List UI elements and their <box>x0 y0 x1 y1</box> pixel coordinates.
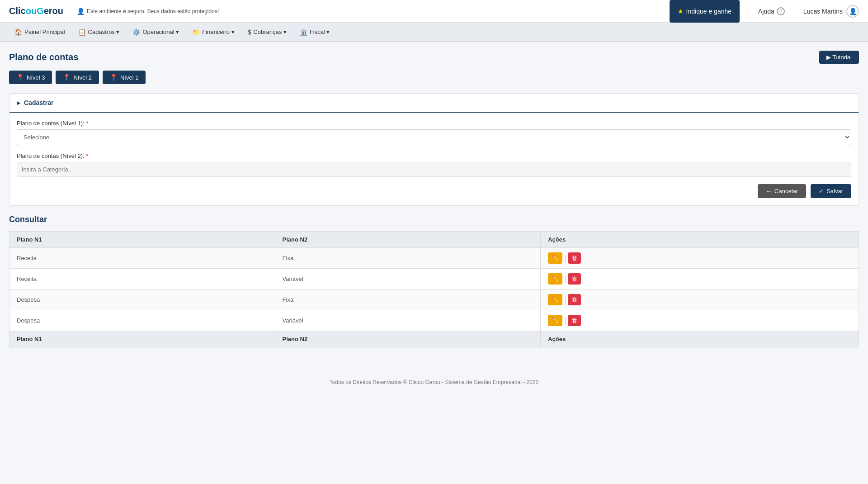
menu-item-fiscal[interactable]: 🏛️ Fiscal ▾ <box>294 26 335 38</box>
indique-ganhe-button[interactable]: ★ Indique e ganhe <box>670 0 740 23</box>
table-header-row: Plano N1 Plano N2 Ações <box>9 232 859 248</box>
financeiro-icon: 📁 <box>192 28 200 36</box>
col-footer-n1: Plano N1 <box>9 331 275 347</box>
logo: ClicouGerou <box>9 6 63 16</box>
cadastrar-section: ▶ Cadastrar Plano de contas (Nível 1): *… <box>9 93 859 206</box>
cell-n2: Fixa <box>275 289 541 310</box>
consultar-section: Consultar Plano N1 Plano N2 Ações Receit… <box>9 215 859 347</box>
arrow-left-icon: ← <box>766 188 772 195</box>
divider2 <box>794 5 794 18</box>
logo-ou: ou <box>26 6 37 16</box>
cell-n2: Fixa <box>275 248 541 269</box>
cell-n1: Receita <box>9 248 275 269</box>
cell-acoes: ✏️ | 🗑 <box>541 248 859 269</box>
cadastros-icon: 📋 <box>78 28 86 36</box>
action-separator: | <box>564 254 566 262</box>
menu-item-painel[interactable]: 🏠 Painel Principal <box>9 26 71 38</box>
cadastrar-body: Plano de contas (Nível 1): * Selecione R… <box>9 113 859 205</box>
cancel-button[interactable]: ← Cancelar <box>758 184 806 198</box>
cell-n1: Despesa <box>9 310 275 331</box>
operacional-icon: ⚙️ <box>132 28 140 36</box>
top-navigation: ClicouGerou Este ambiente é seguro. Seus… <box>0 0 868 23</box>
cobrancas-icon: $ <box>248 28 251 36</box>
action-buttons: ✏️ | 🗑 <box>548 315 851 326</box>
cadastrar-title: Cadastrar <box>24 99 53 106</box>
nivel2-label: Plano de contas (Nível 2): * <box>17 152 851 159</box>
pin-icon: 📍 <box>16 74 24 81</box>
action-separator: | <box>564 296 566 304</box>
action-buttons: ✏️ | 🗑 <box>548 294 851 305</box>
consultar-title: Consultar <box>9 215 859 224</box>
star-icon: ★ <box>678 8 684 15</box>
col-footer-n2: Plano N2 <box>275 331 541 347</box>
menu-item-cadastros[interactable]: 📋 Cadastros ▾ <box>73 26 125 38</box>
cell-n2: Variável <box>275 310 541 331</box>
tutorial-button[interactable]: ▶ Tutorial <box>819 51 859 64</box>
menu-item-operacional[interactable]: ⚙️ Operacional ▾ <box>127 26 184 38</box>
table-row: Despesa Variável ✏️ | 🗑 <box>9 310 859 331</box>
cell-n1: Receita <box>9 269 275 289</box>
col-header-n1: Plano N1 <box>9 232 275 248</box>
table-footer-row: Plano N1 Plano N2 Ações <box>9 331 859 347</box>
form-actions: ← Cancelar ✓ Salvar <box>17 184 851 198</box>
delete-button[interactable]: 🗑 <box>568 294 581 305</box>
footer: Todos os Direitos Reservados © Clicou Ge… <box>0 370 868 394</box>
table-row: Receita Variável ✏️ | 🗑 <box>9 269 859 289</box>
arrow-icon: ▶ <box>17 100 20 105</box>
logo-erou: erou <box>44 6 63 16</box>
menu-navigation: 🏠 Painel Principal 📋 Cadastros ▾ ⚙️ Oper… <box>0 23 868 42</box>
col-footer-acoes: Ações <box>541 331 859 347</box>
secure-message: Este ambiente é seguro. Seus dados estão… <box>77 8 219 15</box>
action-buttons: ✏️ | 🗑 <box>548 252 851 264</box>
nivel1-label: Plano de contas (Nível 1): * <box>17 120 851 127</box>
nivel2-required: * <box>86 152 88 159</box>
top-right-section: ★ Indique e ganhe Ajuda ? Lucas Martins … <box>670 0 859 23</box>
delete-button[interactable]: 🗑 <box>568 315 581 326</box>
user-name: Lucas Martins <box>803 8 843 15</box>
action-buttons: ✏️ | 🗑 <box>548 273 851 285</box>
home-icon: 🏠 <box>14 28 22 36</box>
save-button[interactable]: ✓ Salvar <box>811 184 851 198</box>
logo-g: G <box>37 6 44 16</box>
delete-button[interactable]: 🗑 <box>568 273 581 285</box>
level-buttons-container: 📍 Nível 3 📍 Nível 2 📍 Nível 1 <box>9 71 859 84</box>
nivel1-select[interactable]: Selecione Receita Despesa <box>17 129 851 145</box>
ajuda-button[interactable]: Ajuda ? <box>758 7 785 15</box>
consultar-table: Plano N1 Plano N2 Ações Receita Fixa ✏️ … <box>9 231 859 347</box>
table-row: Despesa Fixa ✏️ | 🗑 <box>9 289 859 310</box>
nivel2-input[interactable] <box>17 162 851 177</box>
menu-item-cobrancas[interactable]: $ Cobranças ▾ <box>242 26 292 38</box>
logo-clicou: Clic <box>9 6 26 16</box>
table-row: Receita Fixa ✏️ | 🗑 <box>9 248 859 269</box>
menu-item-financeiro[interactable]: 📁 Financeiro ▾ <box>187 26 240 38</box>
edit-button[interactable]: ✏️ <box>548 294 562 305</box>
nivel2-button[interactable]: 📍 Nível 2 <box>56 71 99 84</box>
fiscal-icon: 🏛️ <box>300 28 307 36</box>
cadastrar-header[interactable]: ▶ Cadastrar <box>9 94 859 113</box>
page-title: Plano de contas <box>9 52 78 62</box>
edit-button[interactable]: ✏️ <box>548 273 562 285</box>
nivel2-form-group: Plano de contas (Nível 2): * <box>17 152 851 177</box>
page-header: Plano de contas ▶ Tutorial <box>9 51 859 64</box>
divider <box>749 5 749 18</box>
nivel1-form-group: Plano de contas (Nível 1): * Selecione R… <box>17 120 851 145</box>
pin-icon2: 📍 <box>63 74 71 81</box>
action-separator: | <box>564 275 566 283</box>
cell-n1: Despesa <box>9 289 275 310</box>
help-circle-icon: ? <box>777 7 785 15</box>
col-header-acoes: Ações <box>541 232 859 248</box>
nivel3-button[interactable]: 📍 Nível 3 <box>9 71 52 84</box>
edit-button[interactable]: ✏️ <box>548 315 562 326</box>
delete-button[interactable]: 🗑 <box>568 252 581 264</box>
action-separator: | <box>564 317 566 325</box>
cell-acoes: ✏️ | 🗑 <box>541 269 859 289</box>
main-content: Plano de contas ▶ Tutorial 📍 Nível 3 📍 N… <box>0 42 868 356</box>
nivel1-required: * <box>86 120 88 127</box>
user-avatar-icon: 👤 <box>846 5 859 18</box>
check-icon: ✓ <box>819 188 824 195</box>
nivel1-button[interactable]: 📍 Nível 1 <box>103 71 146 84</box>
edit-button[interactable]: ✏️ <box>548 252 562 264</box>
user-section: Lucas Martins 👤 <box>803 5 859 18</box>
cell-acoes: ✏️ | 🗑 <box>541 310 859 331</box>
col-header-n2: Plano N2 <box>275 232 541 248</box>
